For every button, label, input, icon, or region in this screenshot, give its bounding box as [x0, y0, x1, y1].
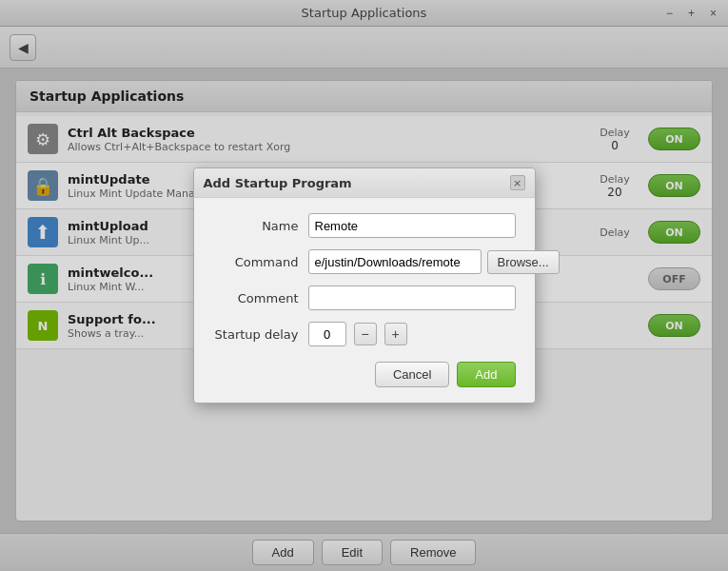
modal-title: Add Startup Program: [204, 176, 352, 190]
add-startup-program-dialog: Add Startup Program × Name Command Brows…: [193, 167, 536, 404]
decrement-button[interactable]: −: [354, 323, 377, 345]
name-input[interactable]: [308, 213, 516, 238]
command-input[interactable]: [308, 249, 482, 274]
modal-footer: Cancel Add: [213, 362, 516, 387]
modal-overlay: Add Startup Program × Name Command Brows…: [0, 0, 728, 571]
delay-controls: − +: [308, 322, 407, 346]
delay-label: Startup delay: [213, 327, 299, 342]
comment-label: Comment: [213, 291, 299, 305]
modal-close-button[interactable]: ×: [510, 175, 525, 190]
delay-input[interactable]: [308, 322, 346, 346]
modal-body: Name Command Browse... Comment Startup d…: [194, 198, 535, 403]
command-row: Command Browse...: [213, 249, 516, 274]
add-program-button[interactable]: Add: [457, 362, 515, 387]
name-label: Name: [213, 219, 299, 233]
command-field-group: Browse...: [308, 249, 560, 274]
browse-button[interactable]: Browse...: [487, 250, 560, 274]
modal-titlebar: Add Startup Program ×: [194, 168, 535, 198]
comment-input[interactable]: [308, 286, 516, 310]
command-label: Command: [213, 255, 299, 269]
name-row: Name: [213, 213, 516, 238]
delay-row: Startup delay − +: [213, 322, 516, 346]
cancel-button[interactable]: Cancel: [375, 362, 449, 387]
comment-row: Comment: [213, 286, 516, 310]
increment-button[interactable]: +: [384, 323, 407, 345]
